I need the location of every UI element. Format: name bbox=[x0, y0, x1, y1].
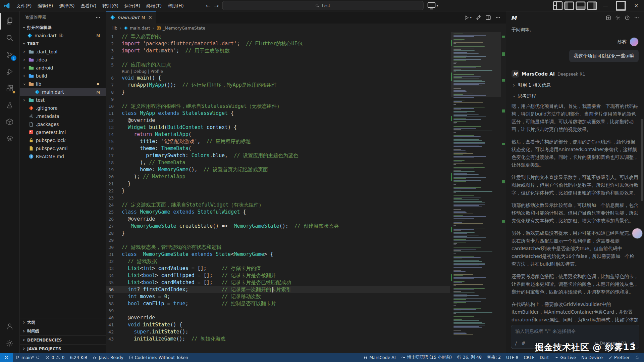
code-editor[interactable]: 1// 导入必要的包2import 'package:flutter/mater… bbox=[106, 32, 506, 353]
project-header[interactable]: › TEST bbox=[20, 40, 106, 48]
status-prettier[interactable]: Prettier bbox=[605, 353, 632, 362]
code-line-7[interactable]: 7 runApp(MyApp()); // 运行应用程序，MyApp是应用的根组… bbox=[106, 82, 450, 89]
code-line-35[interactable]: 35 List<bool> cardMatched = []; // 记录卡片是… bbox=[106, 279, 450, 286]
code-line-1[interactable]: 1// 导入必要的包 bbox=[106, 33, 450, 40]
open-editor-main-dart[interactable]: main.dartlibM bbox=[20, 32, 106, 40]
status-codetime[interactable]: CodeTime: Without Token bbox=[126, 353, 191, 362]
tree-item-gitignore[interactable]: .gitignore bbox=[20, 104, 106, 112]
code-line-5[interactable]: 5// 应用程序的入口点 bbox=[106, 61, 450, 69]
activity-run-debug-icon[interactable] bbox=[0, 63, 19, 80]
tree-item-build[interactable]: ›build bbox=[20, 72, 106, 80]
status-go-live[interactable]: Go Live bbox=[551, 353, 579, 362]
code-line-41[interactable]: 41 void initState() { bbox=[106, 321, 450, 328]
minimap[interactable] bbox=[451, 32, 501, 353]
code-line-9[interactable]: 9 bbox=[106, 96, 450, 103]
reference-toggle[interactable]: › 引用 1 相关信息 bbox=[512, 82, 639, 88]
slash-command-icon[interactable]: / bbox=[515, 341, 517, 346]
menu-s[interactable]: 选择(S) bbox=[56, 2, 77, 10]
code-line-22[interactable]: 22} bbox=[106, 187, 450, 194]
code-line-13[interactable]: 13 Widget build(BuildContext context) { bbox=[106, 124, 450, 131]
tree-item-lib[interactable]: ›lib● bbox=[20, 80, 106, 88]
code-line-17[interactable]: 17 primarySwatch: Colors.blue, // 设置应用的主… bbox=[106, 152, 450, 159]
code-line-20[interactable]: 20 ); // MaterialApp bbox=[106, 173, 450, 180]
code-line-34[interactable]: 34 List<bool> cardFlipped = []; // 记录卡片是… bbox=[106, 272, 450, 279]
activity-explorer-icon[interactable] bbox=[0, 13, 19, 30]
command-center-search[interactable]: test bbox=[222, 1, 423, 10]
code-line-14[interactable]: 14 return MaterialApp( bbox=[106, 131, 450, 138]
code-line-39[interactable]: 39 bbox=[106, 307, 450, 314]
tree-item-android[interactable]: ›android bbox=[20, 64, 106, 72]
split-icon[interactable] bbox=[484, 11, 493, 24]
tree-item-pubspec-yaml[interactable]: pubspec.yaml bbox=[20, 144, 106, 152]
code-line-21[interactable]: 21 } bbox=[106, 180, 450, 187]
tree-item-main-dart[interactable]: main.dartM bbox=[20, 88, 106, 96]
code-line-42[interactable]: 42 super.initState(); bbox=[106, 328, 450, 335]
tree-item-dart-tool[interactable]: ›.dart_tool bbox=[20, 48, 106, 56]
tree-item-packages[interactable]: .packages bbox=[20, 120, 106, 128]
codelens[interactable]: Run | Debug | Profile bbox=[106, 69, 450, 75]
code-line-11[interactable]: 11class MyApp extends StatelessWidget { bbox=[106, 110, 450, 117]
breadcrumb-lib[interactable]: lib bbox=[112, 26, 117, 31]
tree-item-metadata[interactable]: .metadata bbox=[20, 112, 106, 120]
activity-source-control-icon[interactable]: 1 bbox=[0, 46, 19, 63]
minimize-button[interactable]: — bbox=[598, 0, 613, 11]
code-line-2[interactable]: 2import 'package:flutter/material.dart';… bbox=[106, 40, 450, 47]
code-line-23[interactable]: 23 bbox=[106, 194, 450, 201]
layout-right-icon[interactable] bbox=[586, 0, 598, 11]
maximize-button[interactable] bbox=[613, 0, 629, 11]
code-line-24[interactable]: 24// 定义游戏主页面，继承自StatefulWidget（有状态组件） bbox=[106, 201, 450, 209]
breadcrumb[interactable]: lib›main.dart›_MemoryGameState bbox=[106, 24, 506, 32]
menu-r[interactable]: 运行(R) bbox=[121, 2, 143, 10]
code-line-38[interactable]: 38 bool canFlip = true; // 控制是否可以翻卡片 bbox=[106, 300, 450, 307]
topic-icon[interactable]: # bbox=[522, 341, 526, 346]
menu-f[interactable]: 文件(F) bbox=[13, 2, 35, 10]
tab-close-icon[interactable]: × bbox=[148, 14, 153, 20]
code-line-36[interactable]: 36 int? firstCardIndex; // 记录第一次翻开的卡片索引 bbox=[106, 286, 450, 293]
activity-testing-icon[interactable] bbox=[0, 97, 19, 114]
status-cursor-position[interactable]: 行 36, 列 48 bbox=[454, 353, 484, 362]
code-line-25[interactable]: 25class MemoryGame extends StatefulWidge… bbox=[106, 209, 450, 216]
more-icon[interactable] bbox=[634, 15, 639, 21]
section-item[interactable]: ›大纲 bbox=[20, 318, 106, 327]
code-line-16[interactable]: 16 theme: ThemeData( bbox=[106, 145, 450, 152]
menu-g[interactable]: 转到(G) bbox=[99, 2, 121, 10]
code-line-3[interactable]: 3import 'dart:math'; // 用于生成随机数 bbox=[106, 47, 450, 54]
code-line-40[interactable]: 40 @override bbox=[106, 314, 450, 321]
status-file-size[interactable]: 6.24 KiB bbox=[67, 353, 90, 362]
tree-item-pubspec-lock[interactable]: pubspec.lock bbox=[20, 136, 106, 144]
breadcrumb-main-dart[interactable]: main.dart bbox=[124, 26, 150, 31]
status-marscode[interactable]: MarsCode AI bbox=[361, 353, 398, 362]
minimap-viewport[interactable] bbox=[451, 32, 501, 97]
status-encoding[interactable]: UTF-8 bbox=[503, 353, 521, 362]
tree-item-gametest-iml[interactable]: gametest.iml bbox=[20, 128, 106, 136]
activity-layers-icon[interactable] bbox=[0, 130, 19, 147]
section-item[interactable]: ›时间线 bbox=[20, 327, 106, 335]
status-problems[interactable]: 00 bbox=[43, 353, 67, 362]
history-icon[interactable] bbox=[625, 15, 630, 21]
code-line-28[interactable]: 28} bbox=[106, 230, 450, 237]
new-chat-icon[interactable] bbox=[606, 15, 611, 21]
activity-extensions-icon[interactable] bbox=[0, 80, 19, 97]
floating-avatar-button[interactable] bbox=[632, 228, 643, 239]
tree-item-test[interactable]: ›test bbox=[20, 96, 106, 104]
more-actions-icon[interactable] bbox=[95, 15, 101, 20]
tree-item-idea[interactable]: ›.idea bbox=[20, 56, 106, 64]
code-line-27[interactable]: 27 _MemoryGameState createState() => _Me… bbox=[106, 223, 450, 230]
code-line-43[interactable]: 43 initializeGame(); // 初始化游戏 bbox=[106, 335, 450, 343]
chat-scrollbar[interactable] bbox=[641, 119, 643, 201]
status-eol[interactable]: CRLF bbox=[521, 353, 537, 362]
code-line-29[interactable]: 29 bbox=[106, 237, 450, 244]
section-java-projects[interactable]: ›JAVA PROJECTS bbox=[20, 344, 106, 353]
code-line-33[interactable]: 33 List<int> cardValues = []; // 存储卡片的值 bbox=[106, 265, 450, 272]
status-indentation[interactable]: 空格: 2 bbox=[484, 353, 503, 362]
activity-package-icon[interactable] bbox=[0, 114, 19, 130]
status-device[interactable]: No Device bbox=[579, 353, 605, 362]
status-notifications[interactable] bbox=[632, 353, 642, 362]
more-icon[interactable] bbox=[493, 11, 502, 24]
layout-left-icon[interactable] bbox=[564, 0, 575, 11]
status-language-mode[interactable]: Dart bbox=[537, 353, 551, 362]
tree-item-readme-md[interactable]: README.md bbox=[20, 152, 106, 161]
diff-icon[interactable] bbox=[474, 11, 483, 24]
code-line-10[interactable]: 10// 定义应用程序的根组件，继承自StatelessWidget（无状态组件… bbox=[106, 103, 450, 110]
code-line-18[interactable]: 18 ), // ThemeData bbox=[106, 159, 450, 166]
